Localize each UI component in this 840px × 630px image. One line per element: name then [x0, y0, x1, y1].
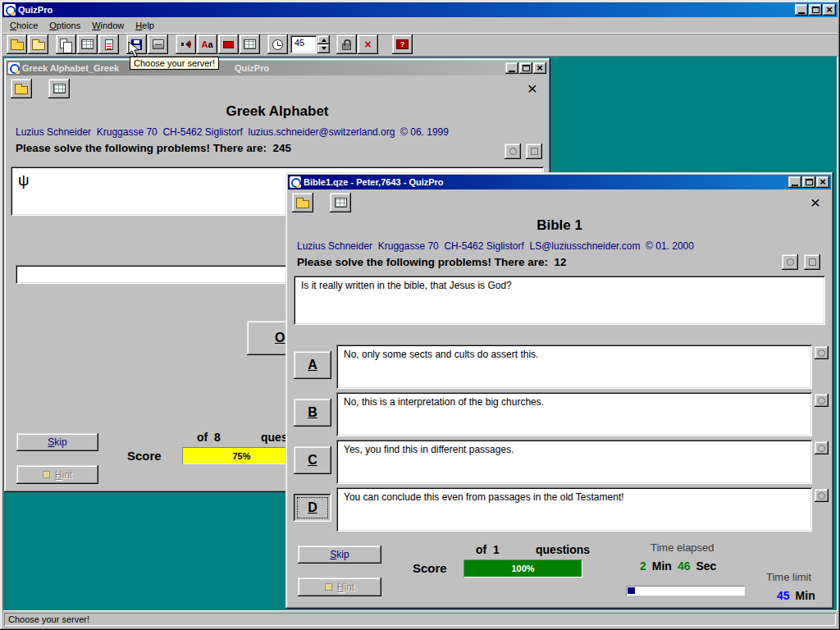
skip-button[interactable]: Skip: [298, 546, 381, 564]
font-button[interactable]: Aa: [197, 34, 217, 54]
quiz-prompt: Please solve the following problems! The…: [16, 142, 291, 154]
bible-titlebar[interactable]: Bible1.qze - Peter,7643 - QuizPro ×: [288, 175, 831, 189]
time-limit-spinner[interactable]: 45: [290, 35, 330, 53]
new-folder-icon: [32, 42, 45, 50]
circle-button[interactable]: [504, 144, 521, 159]
abort-x-icon: ×: [364, 39, 371, 50]
lock-button[interactable]: [336, 34, 357, 54]
minimize-button[interactable]: [788, 176, 801, 188]
copy-button[interactable]: [56, 34, 76, 54]
question-table-button[interactable]: [330, 193, 351, 212]
minimize-icon: [792, 185, 798, 186]
maximize-button[interactable]: [809, 4, 822, 16]
skip-button[interactable]: Skip: [16, 433, 98, 451]
circle-icon: [818, 492, 825, 500]
square-button[interactable]: [804, 254, 820, 270]
statistics-button[interactable]: [240, 34, 260, 54]
answer-a-sound-button[interactable]: [815, 346, 829, 359]
quiz-author-line: Luzius Schneider Kruggasse 70 CH-5462 Si…: [297, 240, 694, 252]
score-percent: 75%: [182, 447, 301, 464]
time-progressbar: [626, 586, 745, 596]
menu-choice[interactable]: Choice: [4, 18, 43, 33]
spinner-up-button[interactable]: [317, 35, 330, 44]
score-label: Score: [413, 561, 447, 575]
maximize-button[interactable]: [519, 62, 532, 74]
question-count: of 1: [476, 543, 500, 556]
toolbar-separator: [386, 34, 392, 54]
open-folder-icon: [296, 200, 309, 208]
tooltip: Choose your server!: [130, 57, 219, 70]
close-button[interactable]: ×: [533, 62, 546, 74]
answer-b-button[interactable]: B: [294, 399, 331, 427]
time-progress-fill: [628, 587, 635, 594]
export-button[interactable]: [148, 34, 168, 54]
circle-button[interactable]: [782, 254, 798, 270]
table-view-button[interactable]: [77, 34, 98, 54]
help-button[interactable]: ?: [392, 34, 413, 54]
minimize-button[interactable]: [505, 62, 518, 74]
minimize-icon: [509, 71, 515, 72]
answer-c-button[interactable]: C: [294, 446, 331, 474]
answer-a-text: No, only some sects and cults do assert …: [336, 345, 812, 389]
bible-quiz-window: Bible1.qze - Peter,7643 - QuizPro × × Bi…: [285, 172, 833, 609]
highlight-button[interactable]: [218, 34, 239, 54]
mdi-workspace: Greek Alphabet_Greek QuizPro × × Greek A…: [2, 56, 838, 611]
close-quiz-button[interactable]: ×: [522, 78, 543, 98]
sound-button[interactable]: [176, 34, 196, 54]
copy-icon: [60, 39, 67, 48]
close-button[interactable]: ×: [816, 176, 829, 188]
quizpro-icon: [4, 4, 16, 16]
close-icon: ×: [826, 4, 833, 16]
skip-button-label: Skip: [48, 436, 66, 448]
time-elapsed-label: Time elapsed: [651, 541, 714, 554]
greek-window-title: Greek Alphabet_Greek: [22, 63, 119, 73]
maximize-button[interactable]: [802, 176, 815, 188]
chevron-down-icon: [322, 47, 326, 52]
hint-button[interactable]: Hint: [16, 465, 98, 484]
timer-button[interactable]: [267, 34, 288, 54]
hint-button[interactable]: Hint: [298, 578, 381, 596]
greek-window-title-app: QuizPro: [235, 63, 269, 73]
maximize-icon: [523, 65, 530, 71]
main-titlebar[interactable]: QuizPro ×: [2, 2, 838, 17]
edit-exercise-button[interactable]: [98, 34, 119, 54]
close-quiz-button[interactable]: ×: [805, 192, 826, 212]
chevron-up-icon: [322, 36, 326, 42]
hint-icon: [43, 471, 50, 478]
close-button[interactable]: ×: [823, 4, 836, 16]
open-quiz-button[interactable]: [11, 79, 32, 98]
answer-d-sound-button[interactable]: [815, 489, 829, 502]
time-elapsed-value: 2 Min 46 Sec: [640, 559, 716, 573]
answer-c-sound-button[interactable]: [815, 441, 829, 454]
new-file-button[interactable]: [28, 34, 48, 54]
menu-options[interactable]: Options: [43, 18, 86, 33]
menu-help[interactable]: Help: [130, 18, 160, 33]
abort-button[interactable]: ×: [358, 34, 378, 54]
answer-b-text: No, this is a interpretation of the big …: [336, 392, 812, 436]
minimize-icon: [798, 12, 805, 14]
spinner-down-button[interactable]: [317, 44, 330, 53]
speaker-icon: [181, 40, 190, 48]
toolbar-separator: [49, 34, 56, 54]
question-table-button[interactable]: [48, 79, 70, 98]
answer-b-sound-button[interactable]: [815, 394, 829, 407]
seconds-unit: Sec: [696, 559, 716, 573]
circle-icon: [787, 258, 794, 266]
quiz-prompt: Please solve the following problems! The…: [297, 256, 567, 268]
square-button[interactable]: [526, 144, 542, 159]
greek-titlebar[interactable]: Greek Alphabet_Greek QuizPro ×: [7, 61, 548, 75]
circle-icon: [818, 397, 825, 404]
answer-d-text: You can conclude this even from passages…: [336, 487, 812, 532]
answer-a-button[interactable]: A: [294, 351, 331, 379]
answer-a-label: A: [308, 358, 317, 372]
answer-d-button[interactable]: D: [294, 494, 331, 522]
answer-c-text: Yes, you find this in different passages…: [336, 440, 812, 484]
time-limit-spinner-value[interactable]: 45: [290, 35, 317, 53]
answer-b-label: B: [308, 405, 317, 420]
square-icon: [809, 258, 816, 266]
minimize-button[interactable]: [795, 4, 808, 16]
open-file-button[interactable]: [7, 34, 27, 54]
open-quiz-button[interactable]: [292, 193, 313, 212]
font-icon: Aa: [201, 40, 212, 49]
menu-window[interactable]: Window: [86, 18, 130, 33]
